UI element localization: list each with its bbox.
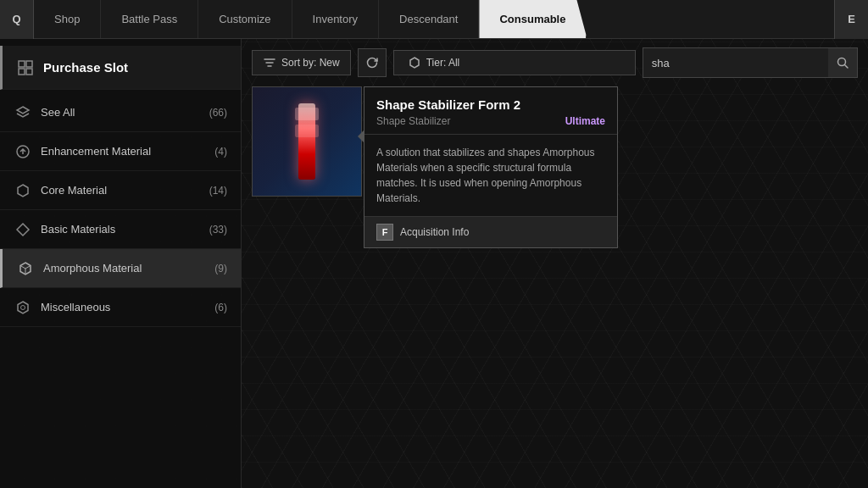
core-label: Core Material	[41, 184, 209, 197]
misc-count: (6)	[214, 302, 227, 313]
nav-descendant[interactable]: Descendant	[379, 0, 479, 38]
misc-gear-icon	[14, 298, 32, 317]
search-button[interactable]	[828, 48, 857, 77]
main-content: Purchase Slot See All (66) Enhancement M…	[0, 39, 868, 488]
search-icon	[836, 56, 849, 69]
diamond-icon	[14, 220, 32, 239]
tooltip-header: Shape Stabilizer Form 2 Shape Stabilizer…	[364, 87, 617, 135]
enhancement-label: Enhancement Material	[41, 145, 214, 158]
svg-rect-2	[19, 69, 25, 75]
amorphous-label: Amorphous Material	[43, 262, 214, 274]
basic-label: Basic Materials	[41, 223, 209, 236]
sidebar-item-misc[interactable]: Miscellaneous (6)	[0, 288, 241, 327]
hex-icon	[14, 181, 32, 200]
search-input[interactable]	[643, 52, 828, 75]
sort-button[interactable]: Sort by: New	[252, 50, 351, 75]
items-area: Shape Stabilizer Form 2 Shape Stabilizer…	[252, 86, 858, 480]
see-all-count: (66)	[209, 107, 227, 119]
amorphous-count: (9)	[214, 263, 227, 274]
core-count: (14)	[209, 185, 227, 197]
tooltip-subtitle: Shape Stabilizer	[376, 115, 450, 127]
acquisition-key: F	[376, 224, 393, 241]
item-card-shape-stabilizer[interactable]	[252, 86, 362, 197]
sidebar-item-purchase-slot[interactable]: Purchase Slot	[0, 46, 241, 90]
layers-icon	[14, 103, 32, 122]
sidebar: Purchase Slot See All (66) Enhancement M…	[0, 39, 242, 488]
nav-customize[interactable]: Customize	[198, 0, 292, 38]
misc-label: Miscellaneous	[41, 301, 214, 313]
nav-inventory[interactable]: Inventory	[292, 0, 379, 38]
tier-button[interactable]: Tier: All	[393, 50, 636, 75]
tooltip-title: Shape Stabilizer Form 2	[376, 97, 605, 112]
svg-rect-3	[26, 69, 32, 75]
search-container	[643, 47, 858, 78]
acquisition-label: Acquisition Info	[400, 226, 469, 238]
tooltip-rarity: Ultimate	[565, 115, 605, 127]
purchase-slot-label: Purchase Slot	[43, 60, 227, 75]
tooltip-popup: Shape Stabilizer Form 2 Shape Stabilizer…	[364, 86, 618, 248]
refresh-icon	[365, 56, 379, 69]
nav-left-key[interactable]: Q	[0, 0, 34, 39]
shape-stabilizer-visual	[298, 103, 315, 180]
svg-rect-0	[19, 61, 25, 67]
sidebar-item-basic[interactable]: Basic Materials (33)	[0, 210, 241, 249]
see-all-label: See All	[41, 106, 209, 119]
svg-rect-1	[26, 61, 32, 67]
svg-point-5	[21, 305, 25, 309]
sort-icon	[263, 56, 276, 69]
grid-icon	[16, 58, 35, 77]
nav-shop[interactable]: Shop	[34, 0, 101, 38]
tooltip-body: A solution that stabilizes and shapes Am…	[364, 135, 617, 217]
top-nav: Q Shop Battle Pass Customize Inventory D…	[0, 0, 868, 39]
sidebar-item-enhancement[interactable]: Enhancement Material (4)	[0, 132, 241, 171]
tooltip-subtitle-row: Shape Stabilizer Ultimate	[376, 115, 605, 127]
sidebar-item-see-all[interactable]: See All (66)	[0, 93, 241, 132]
up-icon	[14, 142, 32, 161]
nav-consumable[interactable]: Consumable	[479, 0, 587, 38]
item-image	[273, 95, 341, 188]
enhancement-count: (4)	[214, 146, 227, 158]
nav-battle-pass[interactable]: Battle Pass	[101, 0, 198, 38]
sidebar-item-core[interactable]: Core Material (14)	[0, 171, 241, 210]
refresh-button[interactable]	[358, 48, 387, 77]
right-panel: Sort by: New Tier: All	[242, 39, 868, 488]
nav-items: Shop Battle Pass Customize Inventory Des…	[34, 0, 834, 38]
tooltip-acquisition[interactable]: F Acquisition Info	[364, 217, 617, 247]
toolbar: Sort by: New Tier: All	[252, 47, 858, 78]
sidebar-item-amorphous[interactable]: Amorphous Material (9)	[0, 249, 241, 288]
tier-icon	[408, 56, 421, 69]
sphere-icon	[16, 259, 35, 278]
basic-count: (33)	[209, 224, 227, 236]
nav-right-key[interactable]: E	[834, 0, 868, 39]
